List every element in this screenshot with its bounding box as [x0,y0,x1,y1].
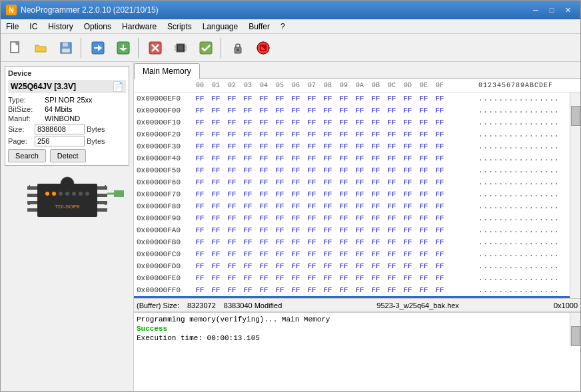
size-input[interactable] [35,124,85,134]
hex-byte-value: FF [384,262,399,270]
hex-byte-value: FF [336,130,351,138]
menu-scripts[interactable]: Scripts [162,19,197,34]
toolbar-save-btn[interactable] [54,37,78,59]
hex-byte-value: FF [209,118,223,126]
hex-row[interactable]: 0x00000FD0FFFFFFFFFFFFFFFFFFFFFFFFFFFFFF… [134,260,570,272]
toolbar-open-btn[interactable] [29,37,53,59]
hex-byte-value: FF [320,214,335,222]
hex-byte-value: FF [304,130,319,138]
toolbar-stop-btn[interactable] [251,37,275,59]
hex-row[interactable]: 0x00000F70FFFFFFFFFFFFFFFFFFFFFFFFFFFFFF… [134,188,570,200]
log-scrollbar-thumb[interactable] [571,326,580,346]
svg-point-47 [79,192,83,196]
hex-byte-value: FF [225,142,239,150]
maximize-button[interactable]: □ [544,4,559,16]
hex-byte-value: FF [273,95,287,102]
hex-row[interactable]: 0x00000F60FFFFFFFFFFFFFFFFFFFFFFFFFFFFFF… [134,176,570,188]
svg-point-46 [72,192,76,196]
hex-byte-value: FF [304,262,319,270]
hex-row[interactable]: 0x00000F00FFFFFFFFFFFFFFFFFFFFFFFFFFFFFF… [134,104,570,116]
toolbar-chip-btn[interactable] [169,37,193,59]
hex-byte-value: FF [336,250,351,258]
hex-row[interactable]: 0x00000FA0FFFFFFFFFFFFFFFFFFFFFFFFFFFFFF… [134,224,570,236]
toolbar-new-btn[interactable] [3,37,27,59]
hex-row[interactable]: 0x00000FC0FFFFFFFFFFFFFFFFFFFFFFFFFFFFFF… [134,248,570,260]
toolbar-lock-btn[interactable] [226,37,250,59]
hex-col-header: 09 [336,82,351,89]
hex-row[interactable]: 0x00000F40FFFFFFFFFFFFFFFFFFFFFFFFFFFFFF… [134,152,570,164]
hex-byte-value: FF [368,142,383,150]
toolbar-read-btn[interactable] [86,37,110,59]
detect-button[interactable]: Detect [50,149,86,162]
menu-options[interactable]: Options [79,19,117,34]
hex-byte-value: FF [304,118,319,126]
hex-byte-value: FF [416,190,431,198]
hex-row[interactable]: 0x00000FB0FFFFFFFFFFFFFFFFFFFFFFFFFFFFFF… [134,236,570,248]
hex-row-addr: 0x00000F40 [134,154,193,162]
hex-byte-value: FF [336,286,351,294]
menu-help[interactable]: ? [275,19,290,34]
hex-byte-value: FF [273,130,287,138]
hex-byte-value: FF [209,214,223,222]
toolbar-program-btn[interactable] [111,37,135,59]
hex-byte-value: FF [304,190,319,198]
menu-language[interactable]: Language [197,19,243,34]
hex-byte-value: FF [400,166,415,174]
scrollbar-thumb[interactable] [571,106,580,126]
hex-byte-value: FF [304,142,319,150]
pdf-icon[interactable]: 📄 [112,81,123,92]
hex-row[interactable]: 0x00000F20FFFFFFFFFFFFFFFFFFFFFFFFFFFFFF… [134,128,570,140]
hex-byte-value: FF [257,202,271,210]
hex-byte-value: FF [257,238,271,246]
hex-byte-value: FF [400,250,415,258]
hex-byte-value: FF [304,178,319,186]
hex-row[interactable]: 0x00000F80FFFFFFFFFFFFFFFFFFFFFFFFFFFFFF… [134,200,570,212]
hex-byte-value: FF [320,178,335,186]
menu-buffer[interactable]: Buffer [243,19,275,34]
search-button[interactable]: Search [8,149,46,162]
hex-byte-value: FF [400,154,415,162]
buffer-value: 8323072 [187,301,216,309]
toolbar-erase-btn[interactable] [143,37,167,59]
hex-byte-value: FF [320,286,335,294]
close-button[interactable]: ✕ [560,4,575,16]
svg-text:TDI-SOP8: TDI-SOP8 [55,204,79,210]
hex-byte-value: FF [336,106,351,114]
hex-byte-value: FF [273,286,287,294]
hex-row-ascii: ................ [473,178,570,186]
hex-byte-value: FF [304,274,319,282]
hex-row[interactable]: 0x00000F50FFFFFFFFFFFFFFFFFFFFFFFFFFFFFF… [134,164,570,176]
hex-col-header: 0F [432,82,447,89]
hex-row[interactable]: 0x00000F30FFFFFFFFFFFFFFFFFFFFFFFFFFFFFF… [134,140,570,152]
menu-file[interactable]: File [1,19,24,34]
device-page-row: Page: Bytes [8,136,126,146]
hex-col-header: 00 [193,82,207,89]
menu-ic[interactable]: IC [24,19,43,34]
lock-icon [230,40,246,56]
log-line: Execution time: 00:00:13.105 [137,334,567,342]
hex-byte-value: FF [400,142,415,150]
hex-byte-value: FF [289,286,303,294]
page-input[interactable] [35,136,85,146]
hex-row-ascii: ................ [473,226,570,234]
hex-row[interactable]: 0x00000F90FFFFFFFFFFFFFFFFFFFFFFFFFFFFFF… [134,212,570,224]
hex-byte-value: FF [193,166,207,174]
hex-row[interactable]: 0x00000F10FFFFFFFFFFFFFFFFFFFFFFFFFFFFFF… [134,116,570,128]
menu-history[interactable]: History [43,19,78,34]
minimize-button[interactable]: ─ [528,4,543,16]
window-controls: ─ □ ✕ [528,4,575,16]
menu-hardware[interactable]: Hardware [117,19,162,34]
hex-byte-value: FF [225,226,239,234]
tab-main-memory[interactable]: Main Memory [134,63,200,79]
hex-byte-value: FF [304,154,319,162]
toolbar-verify-btn[interactable] [194,37,218,59]
hex-byte-value: FF [432,226,447,234]
save-icon [58,40,74,56]
hex-byte-value: FF [432,106,447,114]
hex-row[interactable]: 0x00000EF0FFFFFFFFFFFFFFFFFFFFFFFFFFFFFF… [134,93,570,104]
hex-byte-value: FF [209,166,223,174]
hex-byte-value: FF [193,274,207,282]
hex-row[interactable]: 0x00000FF0FFFFFFFFFFFFFFFFFFFFFFFFFFFFFF… [134,284,570,296]
hex-row[interactable]: 0x00000FE0FFFFFFFFFFFFFFFFFFFFFFFFFFFFFF… [134,272,570,284]
type-label: Type: [8,96,45,104]
